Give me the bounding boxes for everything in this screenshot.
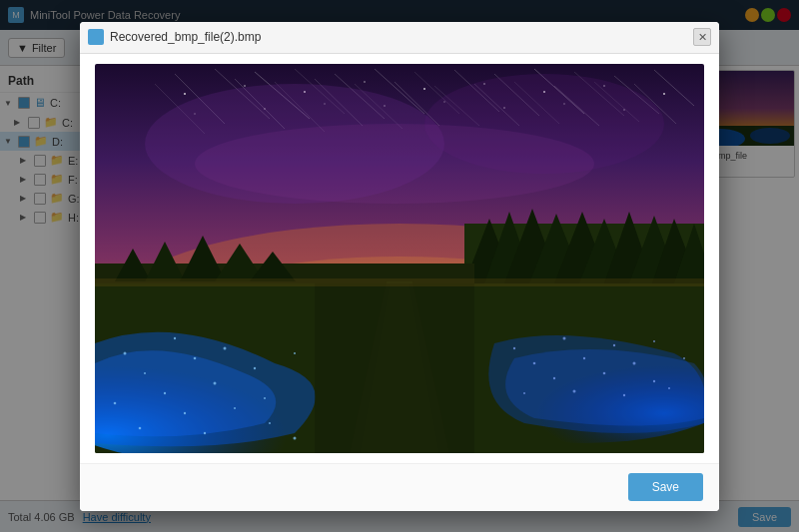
svg-point-101 [653, 379, 655, 381]
svg-rect-107 [95, 278, 704, 286]
svg-point-75 [224, 346, 227, 349]
modal-footer: Save [80, 463, 719, 511]
svg-point-104 [623, 393, 625, 395]
svg-point-78 [254, 366, 256, 368]
svg-point-76 [144, 372, 146, 374]
modal-file-icon [88, 29, 104, 45]
svg-point-77 [194, 356, 197, 359]
svg-point-33 [364, 81, 366, 83]
svg-point-100 [603, 371, 606, 374]
svg-point-73 [124, 351, 127, 354]
modal-save-button[interactable]: Save [628, 473, 703, 501]
svg-point-102 [523, 392, 525, 394]
modal-title: Recovered_bmp_file(2).bmp [110, 30, 687, 44]
svg-rect-106 [315, 283, 474, 453]
svg-point-99 [553, 376, 555, 378]
svg-point-38 [663, 93, 665, 95]
svg-point-98 [683, 357, 685, 359]
svg-point-87 [204, 431, 206, 433]
svg-point-103 [573, 389, 576, 392]
svg-point-97 [633, 361, 636, 364]
svg-point-86 [139, 426, 142, 429]
modal-overlay: Recovered_bmp_file(2).bmp ✕ [0, 0, 799, 532]
svg-point-105 [668, 387, 670, 389]
modal-titlebar: Recovered_bmp_file(2).bmp ✕ [80, 22, 719, 54]
svg-point-31 [244, 85, 246, 87]
modal-body [80, 54, 719, 463]
svg-point-30 [184, 93, 186, 95]
svg-point-88 [269, 422, 271, 424]
svg-point-95 [533, 361, 536, 364]
close-icon: ✕ [698, 31, 707, 44]
svg-point-80 [164, 391, 166, 393]
svg-point-94 [653, 340, 655, 342]
landscape-svg [95, 64, 704, 453]
svg-point-83 [114, 401, 117, 404]
svg-point-81 [214, 381, 217, 384]
svg-point-89 [294, 436, 297, 439]
svg-point-91 [513, 346, 515, 348]
svg-point-34 [423, 88, 425, 90]
svg-point-74 [174, 336, 176, 338]
image-preview-modal: Recovered_bmp_file(2).bmp ✕ [80, 22, 719, 511]
svg-point-96 [583, 356, 585, 358]
svg-point-49 [195, 124, 594, 204]
svg-point-82 [264, 397, 266, 399]
modal-close-button[interactable]: ✕ [693, 28, 711, 46]
svg-point-85 [234, 407, 236, 409]
preview-image [95, 64, 704, 453]
svg-point-79 [294, 352, 296, 354]
svg-point-93 [613, 343, 615, 345]
svg-point-84 [184, 411, 186, 413]
svg-point-92 [563, 336, 566, 339]
